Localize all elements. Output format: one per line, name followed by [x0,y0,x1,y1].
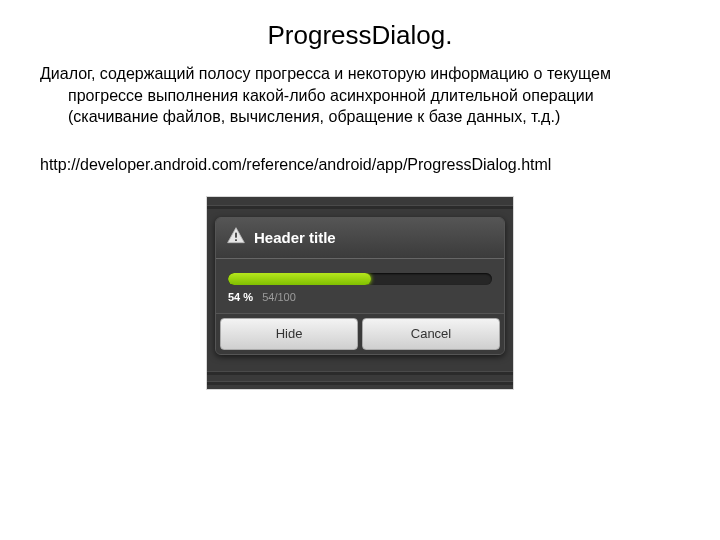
screenshot-frame: Header title 54 % 54/100 Hide Cancel [206,196,514,390]
progress-labels: 54 % 54/100 [228,291,492,303]
progress-fill [228,273,371,285]
progress-percent: 54 % [228,291,253,303]
page-title: ProgressDialog. [40,20,680,51]
description-text: Диалог, содержащий полосу прогресса и не… [40,63,680,128]
dialog-header: Header title [216,218,504,259]
progress-dialog: Header title 54 % 54/100 Hide Cancel [215,217,505,355]
cancel-button[interactable]: Cancel [362,318,500,350]
dialog-button-row: Hide Cancel [216,313,504,354]
svg-rect-1 [235,239,237,241]
dialog-body: 54 % 54/100 [216,259,504,313]
background-list-bars [207,197,513,213]
warning-icon [226,226,246,250]
dialog-title: Header title [254,229,336,246]
svg-rect-0 [235,232,237,237]
progress-fraction: 54/100 [262,291,296,303]
hide-button[interactable]: Hide [220,318,358,350]
progress-bar [228,273,492,285]
background-list-bars-bottom [207,363,513,389]
doc-link: http://developer.android.com/reference/a… [40,156,680,174]
